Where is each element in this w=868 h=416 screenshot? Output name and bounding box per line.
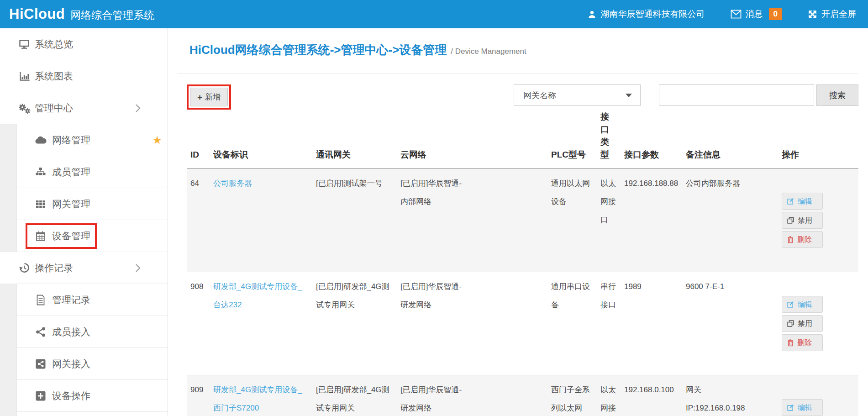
sidebar-item-label: 管理记录 (52, 294, 90, 306)
sidebar-item-label: 设备操作 (52, 390, 90, 402)
cell-network: [已启用]华辰智通- 研发网络 (397, 375, 547, 416)
col-header-device: 设备标识 (210, 111, 312, 169)
bar-chart-icon (16, 71, 32, 82)
calendar-icon (33, 231, 48, 242)
page-title: HiCloud网络综合管理系统->管理中心->设备管理 (189, 42, 447, 58)
device-link[interactable]: 研发部_4G测试专用设备_ 西门子S7200 (213, 385, 302, 412)
fullscreen-toggle[interactable]: 开启全屏 (808, 8, 856, 20)
fullscreen-label: 开启全屏 (821, 8, 856, 20)
sidebar-item-management-center[interactable]: 管理中心 (0, 92, 168, 124)
company-name: 湖南华辰智通科技有限公司 (601, 8, 705, 20)
cell-gateway: [已启用]研发部_4G测 试专用网关 (312, 375, 397, 416)
main-content: HiCloud网络综合管理系统->管理中心->设备管理 / Device Man… (168, 28, 868, 416)
col-header-network: 云网络 (397, 111, 547, 169)
col-header-gateway: 通讯网关 (312, 111, 397, 169)
page-subtitle: / Device Management (451, 47, 526, 56)
share-square-icon (33, 358, 48, 369)
cell-gateway: [已启用]研发部_4G测 试专用网关 (312, 272, 397, 375)
grid-icon (33, 199, 48, 209)
edit-button[interactable]: 编辑 (782, 399, 823, 416)
delete-button[interactable]: 删除 (782, 231, 823, 248)
sidebar-item-device-management[interactable]: 设备管理 (0, 220, 168, 252)
sidebar-item-label: 系统总览 (35, 38, 73, 51)
add-device-button[interactable]: + 新增 (190, 88, 228, 106)
sidebar-item-device-operations[interactable]: 设备操作 (0, 380, 168, 412)
history-icon (16, 262, 32, 274)
management-center-submenu: 网络管理 ★ 成员管理 网关管理 (0, 124, 168, 252)
search-button[interactable]: 搜索 (816, 84, 858, 106)
sidebar-item-label: 网关管理 (52, 198, 90, 211)
table-row: 64 公司服务器 [已启用]测试架一号 [已启用]华辰智通- 内部网络 通用以太… (187, 169, 858, 272)
chevron-right-icon (135, 103, 141, 114)
row-actions: 编辑 启用 删除 (782, 399, 855, 416)
col-header-iface-type: 接口 类型 (597, 111, 621, 169)
sidebar-item-gateway-access[interactable]: 网关接入 (0, 348, 168, 380)
fullscreen-icon (808, 10, 817, 19)
table-row: 908 研发部_4G测试专用设备_ 台达232 [已启用]研发部_4G测 试专用… (187, 272, 858, 375)
user-icon (587, 10, 597, 19)
cell-id: 909 (187, 375, 210, 416)
col-header-id: ID (187, 111, 210, 169)
sidebar-item-operation-records[interactable]: 操作记录 (0, 252, 168, 284)
sidebar-item-label: 操作记录 (35, 262, 73, 274)
cell-iface-param: 1989 (621, 272, 682, 375)
sidebar-item-gateway-management[interactable]: 网关管理 (0, 188, 168, 220)
sidebar-item-label: 管理中心 (35, 102, 73, 115)
row-actions: 编辑 禁用 删除 (782, 193, 855, 248)
envelope-icon (731, 10, 742, 19)
toolbar: + 新增 网关名称 搜索 (178, 84, 858, 110)
sidebar-item-label: 网关接入 (52, 358, 90, 370)
sidebar-item-member-access[interactable]: 成员接入 (0, 316, 168, 348)
sidebar-item-label: 网络管理 (52, 134, 90, 147)
caret-down-icon (626, 94, 632, 97)
sidebar-item-member-management[interactable]: 成员管理 (0, 156, 168, 188)
disable-button[interactable]: 禁用 (782, 212, 823, 229)
plus-icon: + (197, 93, 202, 101)
top-navbar: HiCloud 网络综合管理系统 湖南华辰智通科技有限公司 消息 0 (0, 0, 868, 28)
add-button-label: 新增 (205, 92, 221, 102)
cell-id: 908 (187, 272, 210, 375)
sitemap-icon (33, 167, 48, 177)
sidebar-item-system-charts[interactable]: 系统图表 (0, 60, 168, 92)
sidebar-filler (0, 412, 168, 416)
sidebar-item-label: 系统图表 (35, 70, 73, 83)
sidebar-item-label: 设备管理 (52, 230, 90, 242)
cell-network: [已启用]华辰智通- 内部网络 (397, 169, 547, 272)
edit-button[interactable]: 编辑 (782, 296, 823, 313)
messages-menu[interactable]: 消息 0 (731, 8, 782, 20)
col-header-plc: PLC型号 (547, 111, 597, 169)
sidebar-item-network-management[interactable]: 网络管理 ★ (0, 124, 168, 156)
sidebar-item-management-records[interactable]: 管理记录 (0, 284, 168, 316)
edit-button[interactable]: 编辑 (782, 193, 823, 210)
search-group: 搜索 (659, 84, 858, 106)
plus-square-icon (33, 390, 48, 401)
messages-label: 消息 (746, 8, 763, 20)
search-input[interactable] (659, 84, 814, 106)
delete-button[interactable]: 删除 (782, 334, 823, 351)
desktop-icon (16, 39, 32, 50)
account-menu[interactable]: 湖南华辰智通科技有限公司 (587, 8, 705, 20)
toolbar-right: 网关名称 搜索 (514, 84, 858, 106)
device-link[interactable]: 公司服务器 (213, 179, 252, 188)
cloud-icon (33, 136, 48, 145)
table-header-row: ID 设备标识 通讯网关 云网络 PLC型号 接口 类型 接口参数 备注信息 操… (187, 111, 858, 169)
cell-iface-param: 192.168.0.100 (621, 375, 682, 416)
cell-iface-type: 以太 网接 口 (597, 169, 621, 272)
sidebar-item-label: 成员接入 (52, 326, 90, 338)
cell-remark: 网关 IP:192.168.0.198 (682, 375, 778, 416)
filter-field-select[interactable]: 网关名称 (514, 84, 641, 106)
messages-count-badge: 0 (769, 8, 782, 20)
sidebar-item-system-overview[interactable]: 系统总览 (0, 28, 168, 60)
col-header-remark: 备注信息 (682, 111, 778, 169)
device-link[interactable]: 研发部_4G测试专用设备_ 台达232 (213, 282, 302, 309)
cell-network: [已启用]华辰智通- 研发网络 (397, 272, 547, 375)
row-actions: 编辑 禁用 删除 (782, 296, 855, 351)
app-brand: HiCloud 网络综合管理系统 (9, 6, 154, 22)
share-icon (33, 326, 48, 337)
device-table: ID 设备标识 通讯网关 云网络 PLC型号 接口 类型 接口参数 备注信息 操… (187, 111, 858, 416)
cell-plc: 西门子全系 列以太网 (547, 375, 597, 416)
disable-button[interactable]: 禁用 (782, 315, 823, 332)
cell-iface-type: 串行 接口 (597, 272, 621, 375)
gears-icon (16, 102, 32, 114)
file-text-icon (33, 295, 48, 305)
